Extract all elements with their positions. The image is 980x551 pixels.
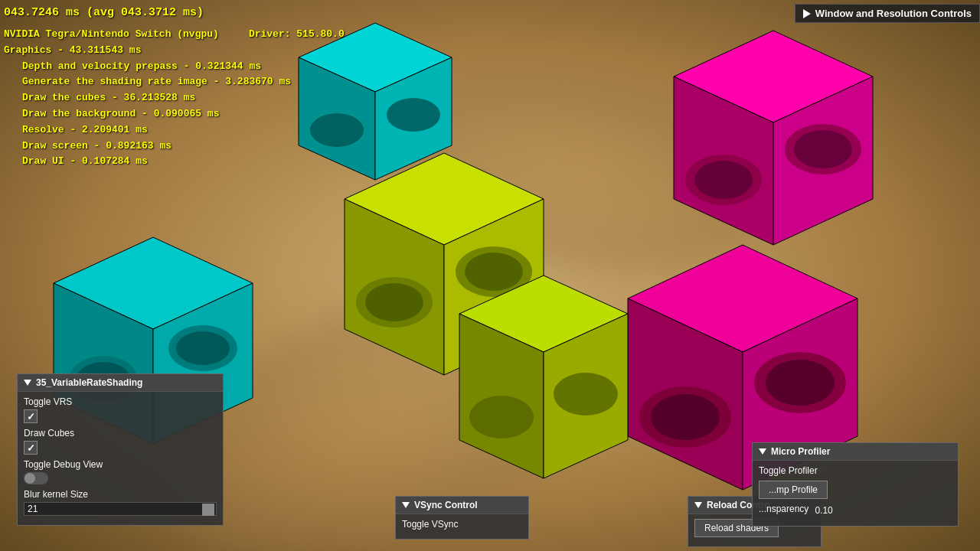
- toggle-debug-row: Toggle Debug View: [24, 459, 217, 484]
- svg-point-11: [387, 98, 440, 132]
- draw-cubes-time: Draw the cubes - 36.213528 ms: [22, 90, 345, 106]
- vsync-collapse-icon: [402, 502, 410, 508]
- transparency-row: ...nsparency 0.10: [759, 504, 952, 517]
- toggle-debug-label: Toggle Debug View: [24, 459, 217, 470]
- vsync-panel-header[interactable]: VSync Control: [396, 497, 528, 514]
- svg-point-37: [554, 373, 618, 416]
- slider-handle[interactable]: [202, 504, 214, 516]
- main-time: 043.7246 ms (avg 043.3712 ms): [4, 4, 345, 22]
- vsync-panel-title: VSync Control: [414, 500, 478, 510]
- graphics-time: Graphics - 43.311543 ms: [4, 43, 345, 59]
- toggle-vrs-row: Toggle VRS: [24, 396, 217, 423]
- draw-screen-time: Draw screen - 0.892163 ms: [22, 139, 345, 155]
- blur-kernel-value: 21: [28, 504, 38, 514]
- svg-point-30: [651, 394, 720, 440]
- shading-rate: Generate the shading rate image - 3.2836…: [22, 74, 345, 90]
- collapse-icon: [24, 380, 31, 386]
- svg-point-23: [694, 161, 753, 199]
- draw-cubes-row: Draw Cubes: [24, 428, 217, 455]
- svg-point-18: [465, 253, 523, 291]
- draw-cubes-label: Draw Cubes: [24, 428, 217, 439]
- transparency-label: ...nsparency: [759, 504, 808, 514]
- toggle-vrs-checkbox[interactable]: [24, 409, 38, 423]
- svg-point-6: [176, 331, 230, 365]
- dump-profile-row: ...mp Profile: [759, 481, 952, 499]
- gpu-info: NVIDIA Tegra/Nintendo Switch (nvgpu) Dri…: [4, 27, 345, 43]
- svg-point-25: [794, 130, 852, 168]
- vrs-panel-title: 35_VariableRateShading: [36, 377, 142, 388]
- draw-ui-time: Draw UI - 0.107284 ms: [22, 154, 345, 170]
- depth-prepass: Depth and velocity prepass - 0.321344 ms: [22, 59, 345, 75]
- vsync-panel: VSync Control Toggle VSync: [395, 496, 529, 540]
- blur-kernel-row: Blur kernel Size 21: [24, 489, 217, 516]
- toggle-profiler-row: Toggle Profiler: [759, 465, 952, 476]
- vrs-panel-header[interactable]: 35_VariableRateShading: [18, 374, 223, 392]
- svg-point-36: [469, 396, 534, 439]
- reload-collapse-icon: [694, 502, 702, 508]
- resolve-time: Resolve - 2.209401 ms: [22, 122, 345, 139]
- svg-point-32: [766, 360, 835, 406]
- transparency-value: 0.10: [815, 505, 832, 516]
- window-controls-label: Window and Resolution Controls: [815, 8, 972, 19]
- microprofiler-collapse-icon: [759, 448, 766, 455]
- microprofiler-title: Micro Profiler: [771, 446, 830, 457]
- blur-kernel-slider[interactable]: 21: [24, 502, 217, 516]
- toggle-vrs-label: Toggle VRS: [24, 396, 217, 407]
- toggle-vsync-label: Toggle VSync: [402, 519, 522, 530]
- microprofiler-header[interactable]: Micro Profiler: [753, 443, 958, 461]
- microprofiler-panel: Micro Profiler Toggle Profiler ...mp Pro…: [752, 442, 959, 527]
- vsync-panel-body: Toggle VSync: [396, 514, 528, 539]
- svg-point-16: [365, 283, 423, 321]
- toggle-profiler-label: Toggle Profiler: [759, 465, 952, 476]
- draw-cubes-checkbox[interactable]: [24, 441, 38, 455]
- window-controls-button[interactable]: Window and Resolution Controls: [795, 4, 980, 23]
- vrs-panel-body: Toggle VRS Draw Cubes Toggle Debug View …: [18, 392, 223, 525]
- hud-overlay: 043.7246 ms (avg 043.3712 ms) NVIDIA Teg…: [4, 4, 345, 170]
- blur-kernel-label: Blur kernel Size: [24, 489, 217, 500]
- draw-bg-time: Draw the background - 0.090065 ms: [22, 106, 345, 122]
- vrs-panel: 35_VariableRateShading Toggle VRS Draw C…: [17, 373, 224, 526]
- toggle-knob: [24, 473, 35, 484]
- microprofiler-body: Toggle Profiler ...mp Profile ...nsparen…: [753, 461, 958, 526]
- toggle-debug-switch[interactable]: [24, 472, 48, 484]
- dump-profile-button[interactable]: ...mp Profile: [759, 481, 828, 499]
- toggle-vsync-row: Toggle VSync: [402, 519, 522, 530]
- play-icon: [803, 9, 811, 18]
